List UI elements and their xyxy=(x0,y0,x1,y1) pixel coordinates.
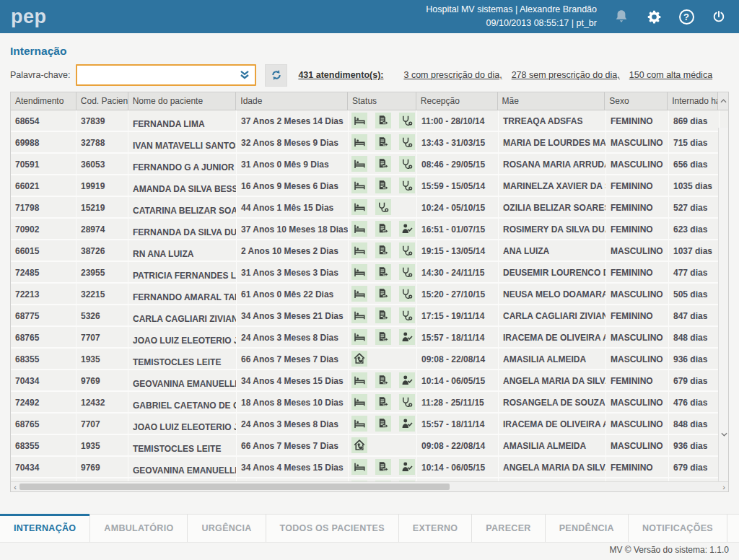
vertical-scroll-up-arrow[interactable] xyxy=(718,92,728,110)
prescription-icon[interactable] xyxy=(375,178,391,193)
tab-externo[interactable]: EXTERNO xyxy=(398,515,472,542)
refresh-button[interactable] xyxy=(265,64,287,87)
stethoscope-icon[interactable] xyxy=(399,113,415,128)
bed-icon[interactable] xyxy=(351,329,367,345)
prescription-icon[interactable] xyxy=(375,416,391,432)
bed-icon[interactable] xyxy=(351,286,367,302)
bed-icon[interactable] xyxy=(351,264,367,280)
table-row[interactable]: 7249212432GABRIEL CAETANO DE OLIV18 Anos… xyxy=(11,392,728,412)
stethoscope-icon[interactable] xyxy=(399,134,415,150)
power-icon[interactable] xyxy=(710,8,727,25)
stethoscope-icon[interactable] xyxy=(375,199,391,215)
bed-icon[interactable] xyxy=(351,199,367,215)
patient-check-icon[interactable] xyxy=(399,372,415,388)
prescription-icon[interactable] xyxy=(375,459,391,475)
stethoscope-icon[interactable] xyxy=(399,264,415,280)
prescription-icon[interactable] xyxy=(375,264,391,280)
summary-link[interactable]: 3 com prescrição do dia, xyxy=(403,70,502,80)
prescription-icon[interactable] xyxy=(375,221,391,237)
chevron-double-down-icon[interactable] xyxy=(237,70,255,80)
table-row[interactable]: 6602119919AMANDA DA SILVA BESSI16 Anos 9… xyxy=(11,175,728,196)
column-header-recepcao[interactable]: Recepção xyxy=(416,92,498,110)
prescription-icon[interactable] xyxy=(375,134,391,150)
stethoscope-icon[interactable] xyxy=(399,394,415,410)
stethoscope-icon[interactable] xyxy=(399,242,415,258)
table-row[interactable]: 683551935TEMISTOCLES LEITE66 Anos 7 Mese… xyxy=(11,349,728,369)
help-icon[interactable]: ? xyxy=(678,8,695,25)
table-row[interactable]: 687657707JOAO LUIZ ELEOTERIO JUNIOR24 An… xyxy=(11,414,728,434)
table-row[interactable]: 7090228974FERNANDA DA SILVA DUARTE37 Ano… xyxy=(11,219,728,239)
bed-icon[interactable] xyxy=(351,113,367,128)
table-row[interactable]: 687755326CARLA CAGLIARI ZIVIANI34 Anos 3… xyxy=(11,305,728,325)
stethoscope-icon[interactable] xyxy=(399,286,415,302)
column-header-idade[interactable]: Idade xyxy=(236,92,348,110)
table-row[interactable]: 6865437839FERNANDA LIMA37 Anos 2 Meses 1… xyxy=(11,110,728,131)
tab-ambulatorio[interactable]: AMBULATÓRIO xyxy=(89,515,187,542)
prescription-icon[interactable] xyxy=(375,113,391,128)
table-row[interactable]: 704349769GEOVANINA EMANUELLE E34 Anos 4 … xyxy=(11,370,728,390)
bed-icon[interactable] xyxy=(351,134,367,150)
table-row[interactable]: 7221332215FERNANDO AMARAL TARCIS61 Anos … xyxy=(11,284,728,304)
bed-icon[interactable] xyxy=(351,242,367,258)
column-header-sexo[interactable]: Sexo xyxy=(605,92,668,110)
bed-icon[interactable] xyxy=(351,394,367,410)
table-row[interactable]: 704349769GEOVANINA EMANUELLE E34 Anos 4 … xyxy=(11,457,728,477)
tab-notificacoes[interactable]: NOTIFICAÇÕES xyxy=(628,515,727,542)
column-header-nome[interactable]: Nome do paciente xyxy=(128,92,237,110)
gear-icon[interactable] xyxy=(645,8,663,25)
table-row[interactable]: 7248523955PATRICIA FERNANDES LORE31 Anos… xyxy=(11,262,728,282)
tab-internacao[interactable]: INTERNAÇÃO xyxy=(0,515,89,542)
stethoscope-icon[interactable] xyxy=(399,178,415,193)
column-header-mae[interactable]: Mãe xyxy=(498,92,605,110)
summary-link[interactable]: 150 com alta médica xyxy=(629,70,712,80)
bed-icon[interactable] xyxy=(351,459,367,475)
column-header-status[interactable]: Status xyxy=(348,92,416,110)
bed-icon[interactable] xyxy=(351,307,367,323)
home-heart-icon[interactable] xyxy=(351,351,367,367)
prescription-icon[interactable] xyxy=(375,156,391,172)
summary-link[interactable]: 278 sem prescrição do dia, xyxy=(512,70,620,80)
column-header-internado_ha[interactable]: Internado há xyxy=(668,92,718,110)
bed-icon[interactable] xyxy=(351,156,367,172)
tab-todos-os-pacientes[interactable]: TODOS OS PACIENTES xyxy=(266,515,398,542)
summary-total[interactable]: 431 atendimento(s): xyxy=(298,70,383,80)
horizontal-scroll-thumb[interactable] xyxy=(19,484,450,490)
bed-icon[interactable] xyxy=(351,372,367,388)
patient-check-icon[interactable] xyxy=(399,459,415,475)
patient-check-icon[interactable] xyxy=(399,416,415,432)
bell-icon[interactable] xyxy=(613,8,630,25)
prescription-icon[interactable] xyxy=(375,307,391,323)
vertical-scrollbar[interactable] xyxy=(718,128,728,484)
cell-status xyxy=(349,392,417,412)
prescription-icon[interactable] xyxy=(375,286,391,302)
column-header-atendimento[interactable]: Atendimento xyxy=(11,92,76,110)
vertical-scroll-down-arrow[interactable] xyxy=(720,426,728,439)
prescription-icon[interactable] xyxy=(375,372,391,388)
prescription-icon[interactable] xyxy=(375,242,391,258)
table-row[interactable]: 6601538726RN ANA LUIZA2 Anos 10 Meses 2 … xyxy=(11,240,728,261)
horizontal-scroll-left-arrow[interactable]: ‹ xyxy=(11,482,19,491)
patient-check-icon[interactable] xyxy=(399,221,415,237)
stethoscope-icon[interactable] xyxy=(399,156,415,172)
tab-urgencia[interactable]: URGÊNCIA xyxy=(187,515,265,542)
bed-icon[interactable] xyxy=(351,221,367,237)
table-row[interactable]: 7179815219CATARINA BELIZAR SOARES44 Anos… xyxy=(11,197,728,217)
bed-icon[interactable] xyxy=(351,416,367,432)
column-header-cod_paciente[interactable]: Cod. Paciente xyxy=(76,92,128,110)
stethoscope-icon[interactable] xyxy=(399,307,415,323)
table-row[interactable]: 7059136053FERNANDO G A JUNIOR31 Anos 0 M… xyxy=(11,154,728,174)
patient-check-icon[interactable] xyxy=(399,329,415,345)
table-row[interactable]: 687657707JOAO LUIZ ELEOTERIO JUNIOR24 An… xyxy=(11,327,728,347)
horizontal-scroll-right-arrow[interactable]: › xyxy=(720,482,728,491)
home-heart-icon[interactable] xyxy=(351,437,367,453)
tab-plantao[interactable]: PLANTÃO xyxy=(727,515,739,542)
tab-pendencia[interactable]: PENDÊNCIA xyxy=(545,515,628,542)
horizontal-scrollbar[interactable]: ‹ › xyxy=(11,481,728,491)
keyword-input[interactable] xyxy=(77,66,237,84)
table-row[interactable]: 683551935TEMISTOCLES LEITE66 Anos 7 Mese… xyxy=(11,435,728,455)
table-row[interactable]: 6998832788IVAN MATAVELLI SANTOS32 Anos 8… xyxy=(11,132,728,152)
prescription-icon[interactable] xyxy=(375,329,391,345)
tab-parecer[interactable]: PARECER xyxy=(471,515,544,542)
prescription-icon[interactable] xyxy=(375,394,391,410)
bed-icon[interactable] xyxy=(351,178,367,193)
